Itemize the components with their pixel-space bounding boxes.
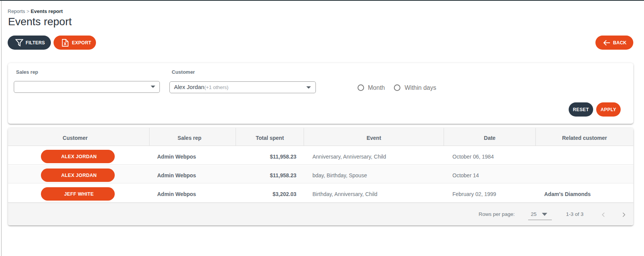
svg-text:x: x [64, 41, 67, 46]
